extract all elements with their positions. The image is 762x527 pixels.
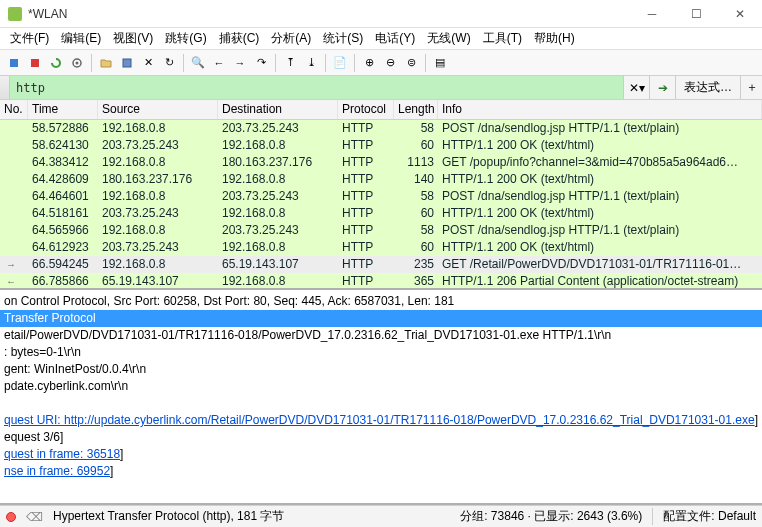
detail-line[interactable]: on Control Protocol, Src Port: 60258, Ds… xyxy=(0,293,762,310)
filter-apply-button[interactable]: ➔ xyxy=(649,76,675,99)
packet-list-body[interactable]: 58.572886192.168.0.8203.73.25.243HTTP58P… xyxy=(0,120,762,290)
table-row[interactable]: 64.428609180.163.237.176192.168.0.8HTTP1… xyxy=(0,171,762,188)
menu-file[interactable]: 文件(F) xyxy=(4,28,55,49)
col-header-no[interactable]: No. xyxy=(0,100,28,119)
col-header-length[interactable]: Length xyxy=(394,100,438,119)
next-packet-icon[interactable]: → xyxy=(230,53,250,73)
detail-line[interactable]: : bytes=0-1\r\n xyxy=(0,344,762,361)
filter-clear-button[interactable]: ✕▾ xyxy=(623,76,649,99)
menubar: 文件(F) 编辑(E) 视图(V) 跳转(G) 捕获(C) 分析(A) 统计(S… xyxy=(0,28,762,50)
zoom-out-icon[interactable]: ⊖ xyxy=(380,53,400,73)
stop-capture-icon[interactable] xyxy=(25,53,45,73)
detail-uri-label: quest URI: xyxy=(4,413,64,427)
last-packet-icon[interactable]: ⤓ xyxy=(301,53,321,73)
packet-list-pane: No. Time Source Destination Protocol Len… xyxy=(0,100,762,290)
table-row[interactable]: 58.624130203.73.25.243192.168.0.8HTTP60H… xyxy=(0,137,762,154)
status-profile[interactable]: 配置文件: Default xyxy=(652,508,756,525)
filter-add-button[interactable]: ＋ xyxy=(740,76,762,99)
minimize-button[interactable]: ─ xyxy=(630,0,674,28)
menu-analyze[interactable]: 分析(A) xyxy=(265,28,317,49)
goto-packet-icon[interactable]: ↷ xyxy=(251,53,271,73)
menu-view[interactable]: 视图(V) xyxy=(107,28,159,49)
menu-capture[interactable]: 捕获(C) xyxy=(213,28,266,49)
table-row[interactable]: 58.572886192.168.0.8203.73.25.243HTTP58P… xyxy=(0,120,762,137)
status-field-info: Hypertext Transfer Protocol (http), 181 … xyxy=(53,508,284,525)
expression-button[interactable]: 表达式… xyxy=(675,76,740,99)
table-row[interactable]: 64.383412192.168.0.8180.163.237.176HTTP1… xyxy=(0,154,762,171)
detail-response-frame[interactable]: nse in frame: 69952] xyxy=(0,463,762,480)
menu-telephony[interactable]: 电话(Y) xyxy=(369,28,421,49)
detail-uri-link[interactable]: http://update.cyberlink.com/Retail/Power… xyxy=(64,413,755,427)
col-header-time[interactable]: Time xyxy=(28,100,98,119)
close-button[interactable]: ✕ xyxy=(718,0,762,28)
svg-rect-1 xyxy=(31,59,39,67)
col-header-proto[interactable]: Protocol xyxy=(338,100,394,119)
capture-options-icon[interactable] xyxy=(67,53,87,73)
prev-packet-icon[interactable]: ← xyxy=(209,53,229,73)
cancel-icon[interactable]: ⌫ xyxy=(26,510,43,524)
toolbar: ✕ ↻ 🔍 ← → ↷ ⤒ ⤓ 📄 ⊕ ⊖ ⊜ ▤ xyxy=(0,50,762,76)
titlebar: *WLAN ─ ☐ ✕ xyxy=(0,0,762,28)
detail-uri-line[interactable]: quest URI: http://update.cyberlink.com/R… xyxy=(0,412,762,429)
detail-line-selected[interactable]: Transfer Protocol xyxy=(0,310,762,327)
auto-scroll-icon[interactable]: 📄 xyxy=(330,53,350,73)
app-icon xyxy=(8,7,22,21)
detail-line[interactable]: gent: WinInetPost/0.0.4\r\n xyxy=(0,361,762,378)
menu-wireless[interactable]: 无线(W) xyxy=(421,28,476,49)
table-row[interactable]: →66.594245192.168.0.865.19.143.107HTTP23… xyxy=(0,256,762,273)
expert-info-icon[interactable] xyxy=(6,512,16,522)
statusbar: ⌫ Hypertext Transfer Protocol (http), 18… xyxy=(0,505,762,527)
svg-rect-4 xyxy=(123,59,131,67)
filter-bar: ✕▾ ➔ 表达式… ＋ xyxy=(0,76,762,100)
detail-line[interactable]: equest 3/6] xyxy=(0,429,762,446)
restart-capture-icon[interactable] xyxy=(46,53,66,73)
detail-blank xyxy=(0,395,762,412)
col-header-info[interactable]: Info xyxy=(438,100,762,119)
menu-edit[interactable]: 编辑(E) xyxy=(55,28,107,49)
table-row[interactable]: 64.612923203.73.25.243192.168.0.8HTTP60H… xyxy=(0,239,762,256)
menu-go[interactable]: 跳转(G) xyxy=(159,28,212,49)
table-row[interactable]: 64.464601192.168.0.8203.73.25.243HTTP58P… xyxy=(0,188,762,205)
detail-request-frame[interactable]: quest in frame: 36518] xyxy=(0,446,762,463)
maximize-button[interactable]: ☐ xyxy=(674,0,718,28)
detail-line[interactable]: pdate.cyberlink.com\r\n xyxy=(0,378,762,395)
find-icon[interactable]: 🔍 xyxy=(188,53,208,73)
reload-icon[interactable]: ↻ xyxy=(159,53,179,73)
start-capture-icon[interactable] xyxy=(4,53,24,73)
menu-statistics[interactable]: 统计(S) xyxy=(317,28,369,49)
table-row[interactable]: ←66.78586665.19.143.107192.168.0.8HTTP36… xyxy=(0,273,762,290)
zoom-reset-icon[interactable]: ⊜ xyxy=(401,53,421,73)
zoom-in-icon[interactable]: ⊕ xyxy=(359,53,379,73)
packet-details-pane[interactable]: on Control Protocol, Src Port: 60258, Ds… xyxy=(0,290,762,505)
display-filter-input[interactable] xyxy=(10,76,623,99)
window-title: *WLAN xyxy=(28,7,630,21)
filter-handle-icon[interactable] xyxy=(0,76,10,99)
save-file-icon[interactable] xyxy=(117,53,137,73)
resize-columns-icon[interactable]: ▤ xyxy=(430,53,450,73)
packet-list-header: No. Time Source Destination Protocol Len… xyxy=(0,100,762,120)
detail-line[interactable]: etail/PowerDVD/DVD171031-01/TR171116-018… xyxy=(0,327,762,344)
col-header-source[interactable]: Source xyxy=(98,100,218,119)
table-row[interactable]: 64.518161203.73.25.243192.168.0.8HTTP60H… xyxy=(0,205,762,222)
svg-rect-0 xyxy=(10,59,18,67)
first-packet-icon[interactable]: ⤒ xyxy=(280,53,300,73)
menu-help[interactable]: 帮助(H) xyxy=(528,28,581,49)
svg-point-3 xyxy=(76,61,79,64)
menu-tools[interactable]: 工具(T) xyxy=(477,28,528,49)
close-file-icon[interactable]: ✕ xyxy=(138,53,158,73)
table-row[interactable]: 64.565966192.168.0.8203.73.25.243HTTP58P… xyxy=(0,222,762,239)
open-file-icon[interactable] xyxy=(96,53,116,73)
col-header-dest[interactable]: Destination xyxy=(218,100,338,119)
status-packet-count: 分组: 73846 · 已显示: 2643 (3.6%) xyxy=(460,508,642,525)
